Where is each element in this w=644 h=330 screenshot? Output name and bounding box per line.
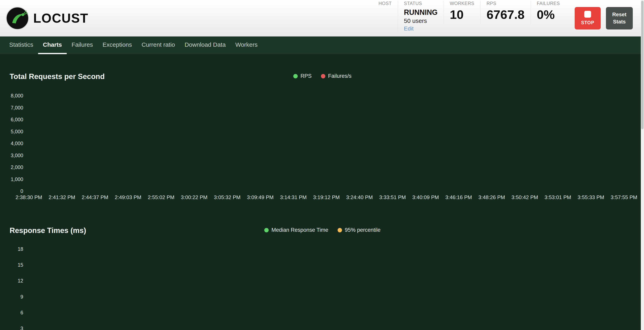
scrollbar-thumb[interactable] — [641, 1, 644, 129]
stop-square-icon — [584, 11, 591, 18]
x-tick-label: 2:38:30 PM — [16, 194, 42, 200]
legend-item[interactable]: Failures/s — [321, 73, 352, 79]
x-tick-label: 2:44:37 PM — [82, 194, 108, 200]
x-axis: 2:38:30 PM2:41:32 PM2:44:37 PM2:49:03 PM… — [29, 193, 624, 202]
locust-logo-icon — [6, 7, 29, 30]
brand-name: LOCUST — [33, 11, 88, 26]
y-tick-label: 2,000 — [10, 164, 23, 170]
x-tick-label: 2:41:32 PM — [49, 194, 75, 200]
legend-item[interactable]: 95% percentile — [338, 227, 381, 233]
rps-value: 6767.8 — [486, 8, 524, 21]
plot-area[interactable] — [26, 249, 624, 328]
chart-total-rps: Total Requests per Second RPSFailures/s … — [0, 69, 644, 202]
header-stats: HOST STATUS RUNNING 50 users Edit WORKER… — [372, 1, 566, 32]
y-tick-label: 6,000 — [10, 117, 23, 123]
host-label: HOST — [378, 1, 392, 6]
tab-charts[interactable]: Charts — [38, 37, 67, 54]
x-tick-label: 2:55:02 PM — [148, 194, 174, 200]
x-tick-label: 3:48:26 PM — [478, 194, 505, 200]
legend-dot-icon — [338, 228, 342, 232]
charts-page: Total Requests per Second RPSFailures/s … — [0, 54, 644, 330]
y-tick-label: 1,000 — [10, 176, 23, 182]
legend-label: 95% percentile — [345, 227, 381, 233]
x-tick-label: 3:05:32 PM — [214, 194, 241, 200]
stat-workers: WORKERS 10 — [444, 1, 480, 25]
failures-label: FAILURES — [537, 1, 560, 6]
y-tick-label: 9 — [20, 294, 23, 299]
y-tick-label: 5,000 — [10, 129, 23, 134]
workers-label: WORKERS — [450, 1, 474, 6]
x-tick-label: 3:33:51 PM — [379, 194, 406, 200]
x-tick-label: 3:53:01 PM — [544, 194, 571, 200]
chart-body: 369121518 — [10, 249, 624, 328]
status-label: STATUS — [404, 1, 438, 6]
chart-body: 01,0002,0003,0004,0005,0006,0007,0008,00… — [10, 96, 624, 191]
series-line — [628, 76, 635, 76]
x-tick-label: 3:55:33 PM — [578, 194, 604, 200]
x-tick-label: 3:40:09 PM — [412, 194, 439, 200]
status-value: RUNNING — [404, 8, 438, 17]
y-tick-label: 3 — [20, 325, 23, 330]
legend-dot-icon — [321, 74, 325, 78]
workers-value: 10 — [450, 8, 474, 21]
chart-legend: RPSFailures/s — [293, 73, 352, 79]
stop-button-label: STOP — [581, 20, 594, 26]
tab-download-data[interactable]: Download Data — [180, 37, 230, 54]
x-tick-label: 3:00:22 PM — [181, 194, 208, 200]
tab-statistics[interactable]: Statistics — [4, 37, 38, 54]
stat-failures: FAILURES 0% — [530, 1, 566, 25]
tab-current-ratio[interactable]: Current ratio — [137, 37, 180, 54]
main-nav: Statistics Charts Failures Exceptions Cu… — [0, 37, 644, 54]
legend-dot-icon — [293, 74, 298, 78]
tab-exceptions[interactable]: Exceptions — [98, 37, 137, 54]
legend-item[interactable]: RPS — [293, 73, 312, 79]
chart-header: Response Times (ms) Median Response Time… — [10, 222, 635, 239]
plot-area[interactable] — [26, 96, 624, 191]
stat-rps: RPS 6767.8 — [480, 1, 530, 25]
chart-legend: Median Response Time95% percentile — [264, 227, 380, 233]
y-tick-label: 8,000 — [10, 93, 23, 99]
chart-title: Total Requests per Second — [10, 72, 104, 81]
edit-users-link[interactable]: Edit — [404, 26, 414, 32]
y-tick-label: 6 — [20, 309, 23, 315]
legend-dot-icon — [264, 228, 269, 232]
chart-title: Response Times (ms) — [10, 226, 86, 235]
stat-status: STATUS RUNNING 50 users Edit — [398, 1, 444, 32]
stat-host: HOST — [372, 1, 398, 25]
chart-header: Total Requests per Second RPSFailures/s — [10, 69, 635, 85]
x-tick-label: 3:57:55 PM — [611, 194, 638, 200]
legend-label: RPS — [300, 73, 312, 79]
logo: LOCUST — [6, 7, 88, 30]
stop-button[interactable]: STOP — [575, 7, 601, 30]
y-tick-label: 12 — [18, 278, 23, 284]
y-tick-label: 15 — [18, 262, 23, 268]
download-chart-icon[interactable] — [628, 227, 635, 233]
status-users: 50 users — [404, 18, 438, 24]
chart-response-times: Response Times (ms) Median Response Time… — [0, 222, 644, 330]
y-tick-label: 7,000 — [10, 105, 23, 111]
rps-label: RPS — [486, 1, 524, 6]
y-tick-label: 18 — [18, 246, 23, 252]
legend-label: Median Response Time — [272, 227, 328, 233]
x-tick-label: 3:50:42 PM — [512, 194, 538, 200]
legend-label: Failures/s — [328, 73, 352, 79]
reset-stats-button[interactable]: Reset Stats — [606, 7, 633, 30]
y-axis: 369121518 — [10, 249, 26, 328]
scrollbar-track[interactable] — [641, 0, 644, 330]
y-axis: 01,0002,0003,0004,0005,0006,0007,0008,00… — [10, 96, 26, 191]
x-tick-label: 3:46:16 PM — [446, 194, 472, 200]
x-tick-label: 2:49:03 PM — [115, 194, 142, 200]
tab-failures[interactable]: Failures — [67, 37, 98, 54]
app-header: LOCUST HOST STATUS RUNNING 50 users Edit… — [0, 0, 644, 37]
tab-workers[interactable]: Workers — [230, 37, 262, 54]
locust-app: LOCUST HOST STATUS RUNNING 50 users Edit… — [0, 0, 644, 330]
download-chart-icon[interactable] — [628, 73, 635, 79]
legend-item[interactable]: Median Response Time — [264, 227, 328, 233]
failures-value: 0% — [537, 8, 560, 21]
x-tick-label: 3:14:31 PM — [280, 194, 307, 200]
header-buttons: STOP Reset Stats — [575, 7, 633, 30]
x-tick-label: 3:19:12 PM — [313, 194, 340, 200]
y-tick-label: 0 — [20, 188, 23, 194]
y-tick-label: 3,000 — [10, 152, 23, 158]
y-tick-label: 4,000 — [10, 141, 23, 146]
